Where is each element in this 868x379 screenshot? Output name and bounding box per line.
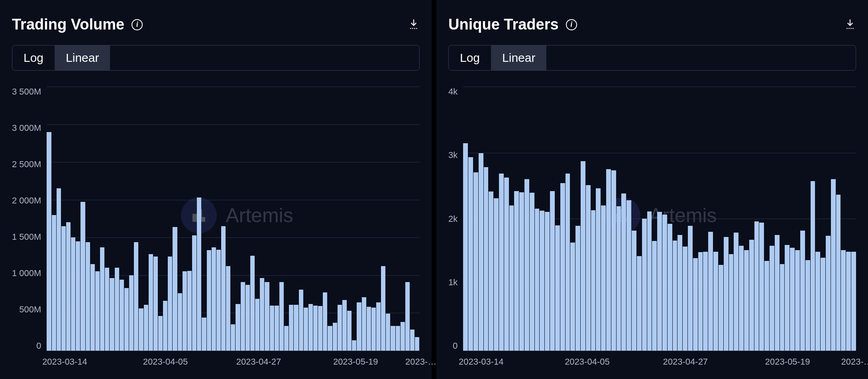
bar [158,316,163,351]
panel-title: Unique Traders [448,16,559,33]
bar [601,205,606,351]
scale-linear-button[interactable]: Linear [491,45,546,70]
bar [255,299,259,351]
panel-header: Unique Traders i [448,16,856,33]
bar [216,250,221,351]
bar [754,221,759,351]
bar [708,232,713,351]
y-tick-label: 3 500M [12,87,41,97]
plot-canvas: Artemis [47,87,420,351]
info-icon[interactable]: i [132,19,143,30]
x-tick-label: 2023-04-27 [236,357,281,367]
bar [52,215,56,351]
trading-volume-panel: Trading Volume i Log Linear 3 500M3 000M… [0,0,432,379]
info-icon[interactable]: i [566,19,577,30]
bar [105,268,109,351]
bar [168,257,172,351]
bar [494,198,499,351]
bar [729,254,734,351]
bar [632,231,636,351]
bar [530,193,534,351]
bar [468,157,473,351]
scale-log-button[interactable]: Log [449,45,491,70]
bar [192,235,196,351]
x-tick-label: 2023-04-05 [565,357,610,367]
scale-log-button[interactable]: Log [12,45,55,70]
bar [739,246,744,351]
scale-linear-button[interactable]: Linear [55,45,110,70]
bar [540,211,544,351]
bar [328,326,332,351]
bar [197,197,201,351]
bar [129,275,134,351]
bar [744,250,749,351]
bar [550,191,555,351]
bar [323,292,327,351]
bar [90,264,95,351]
bar [115,268,119,351]
bar [566,174,570,351]
bar [734,233,738,351]
bar [391,326,395,351]
bar [611,170,616,351]
bar [415,337,419,351]
bar [826,236,831,351]
bar [362,297,366,351]
bar [811,181,815,351]
bar [770,246,774,351]
bar [153,257,158,351]
bar [815,252,820,351]
bar [76,241,80,351]
download-icon[interactable] [844,18,856,32]
bar [836,195,841,351]
bar [668,224,672,351]
bar [693,258,698,351]
bar [357,302,361,351]
y-tick-label: 2k [448,214,458,224]
bar [489,191,493,351]
bar [846,252,851,351]
bar [647,211,652,351]
bar [688,226,693,351]
bar [805,260,810,351]
bar [405,282,410,351]
plot-area: Artemis 2023-03-142023-04-052023-04-2720… [463,87,856,371]
bar [149,254,153,351]
bar [473,172,478,351]
bar [581,161,585,351]
bar [642,219,647,351]
y-tick-label: 4k [448,87,458,97]
bar [376,302,381,351]
bar [178,293,182,351]
bar [221,226,226,351]
y-tick-label: 3 000M [12,123,41,133]
bar [139,308,143,351]
bar [289,305,293,351]
bar [386,314,390,351]
bar [352,340,356,351]
y-axis: 3 500M3 000M2 500M2 000M1 500M1 000M500M… [12,87,47,371]
bar [657,212,662,351]
scale-toggle: Log Linear [12,45,420,71]
x-tick-label: 2023-05-19 [765,357,810,367]
y-tick-label: 1 000M [12,268,41,278]
bar [596,188,601,351]
bar [342,300,347,351]
bar [347,311,352,351]
unique-traders-panel: Unique Traders i Log Linear 4k3k2k1k0 Ar… [436,0,868,379]
bar [187,271,192,351]
bar [586,185,591,351]
bar [294,305,298,351]
bar [81,202,85,351]
bar [304,308,308,351]
x-tick-label: 2023-04-27 [663,357,708,367]
chart-area: 4k3k2k1k0 Artemis 2023-03-142023-04-0520… [448,87,856,371]
bar [120,280,124,351]
bar [66,222,71,351]
bar [86,242,90,351]
panel-header: Trading Volume i [12,16,420,33]
y-tick-label: 2 000M [12,195,41,206]
bar [226,266,230,351]
bars-container [47,87,420,351]
download-icon[interactable] [408,18,420,32]
